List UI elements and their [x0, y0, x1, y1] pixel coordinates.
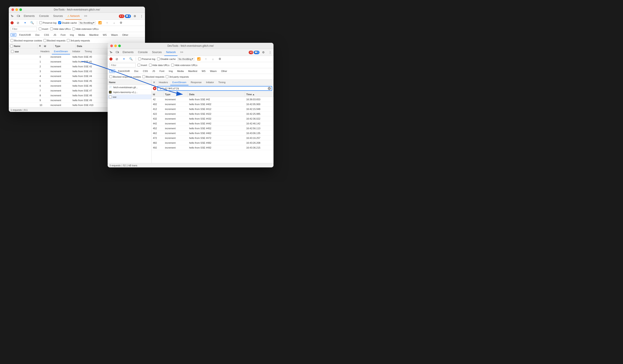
- settings-icon-2[interactable]: ⚙: [261, 50, 266, 55]
- table-row[interactable]: 482 increment hello from SSE #482 16:43:…: [152, 141, 273, 145]
- filter-btn-js-1[interactable]: JS: [52, 33, 58, 37]
- window-controls-2[interactable]: [110, 44, 121, 47]
- table-row[interactable]: 492 increment hello from SSE #492 16:43:…: [152, 145, 273, 150]
- filter-btn-ws-1[interactable]: WS: [101, 33, 108, 37]
- search-box-2[interactable]: ✕: [157, 86, 272, 91]
- hide-data-urls-checkbox-2[interactable]: Hide data URLs: [149, 64, 170, 66]
- more-icon-2[interactable]: ⋮: [267, 50, 273, 55]
- tab-response-2[interactable]: Response: [188, 80, 204, 85]
- filter-icon-1[interactable]: ▾: [22, 20, 28, 25]
- search-input-2[interactable]: [159, 87, 267, 90]
- settings-icon-1[interactable]: ⚙: [132, 14, 137, 19]
- throttle-select-1[interactable]: No throttling ▾: [79, 21, 96, 25]
- tab-initiator-2[interactable]: Initiator: [204, 80, 216, 85]
- close-panel-1[interactable]: ✕: [37, 43, 43, 48]
- search-icon-1[interactable]: 🔍: [29, 20, 35, 25]
- tab-more-2[interactable]: >>: [178, 49, 185, 56]
- filter-btn-wasm-1[interactable]: Wasm: [110, 33, 119, 37]
- table-row[interactable]: 462 increment hello from SSE #462 16:43:…: [152, 131, 273, 136]
- tab-console-2[interactable]: Console: [136, 49, 149, 56]
- minimize-button-1[interactable]: [15, 8, 18, 11]
- tab-console-1[interactable]: Console: [37, 13, 50, 20]
- download-icon-1[interactable]: ↓: [111, 20, 117, 25]
- filter-btn-fetchxhr-2[interactable]: Fetch/XHR: [116, 69, 131, 73]
- record-button-1[interactable]: [11, 21, 14, 24]
- clear-icon-2[interactable]: ⊘: [114, 56, 119, 62]
- device-icon-2[interactable]: [115, 50, 120, 55]
- third-party-checkbox-2[interactable]: 3rd-party requests: [166, 75, 189, 78]
- filter-btn-media-1[interactable]: Media: [77, 33, 86, 37]
- filter-btn-img-2[interactable]: Img: [167, 69, 174, 73]
- table-row[interactable]: 422 increment hello from SSE #422 16:42:…: [152, 111, 273, 116]
- inspect-icon[interactable]: [10, 14, 15, 19]
- invert-checkbox-1[interactable]: Invert: [39, 27, 48, 30]
- more-icon-1[interactable]: ⋮: [139, 14, 144, 19]
- filter-btn-fetchxhr-1[interactable]: Fetch/XHR: [18, 33, 33, 37]
- blocked-cookies-checkbox-1[interactable]: Blocked response cookies: [11, 39, 42, 42]
- close-button-1[interactable]: [11, 8, 14, 11]
- table-row[interactable]: 442 increment hello from SSE #442 16:42:…: [152, 121, 273, 126]
- tab-headers-1[interactable]: Headers: [38, 49, 52, 54]
- wifi-icon-1[interactable]: 📶: [97, 20, 103, 25]
- tab-network-2[interactable]: Network: [164, 49, 178, 56]
- search-icon-2[interactable]: 🔍: [128, 56, 134, 62]
- device-icon[interactable]: [16, 14, 21, 19]
- table-row[interactable]: 472 increment hello from SSE #472 16:43:…: [152, 136, 273, 141]
- filter-btn-manifest-2[interactable]: Manifest: [186, 69, 199, 73]
- list-item-sse[interactable]: sse: [108, 95, 151, 99]
- tab-network-1[interactable]: ⚠ Network: [66, 13, 82, 20]
- close-panel-2[interactable]: ✕: [152, 81, 157, 84]
- filter-btn-doc-2[interactable]: Doc: [133, 69, 140, 73]
- tab-timing-2[interactable]: Timing: [216, 80, 228, 85]
- filter-btn-all-2[interactable]: All: [110, 69, 115, 73]
- hide-extension-urls-checkbox-1[interactable]: Hide extension URLs: [72, 27, 98, 30]
- upload-icon-1[interactable]: ↑: [104, 20, 110, 25]
- blocked-requests-checkbox-2[interactable]: Blocked requests: [142, 75, 164, 78]
- tab-sources-1[interactable]: Sources: [51, 13, 65, 20]
- tab-more-1[interactable]: >>: [82, 13, 89, 20]
- filter-btn-doc-1[interactable]: Doc: [34, 33, 41, 37]
- maximize-button-1[interactable]: [19, 8, 22, 11]
- hide-extension-urls-checkbox-2[interactable]: Hide extension URLs: [171, 64, 197, 66]
- filter-btn-manifest-1[interactable]: Manifest: [88, 33, 100, 37]
- filter-btn-other-2[interactable]: Other: [220, 69, 229, 73]
- tab-headers-2[interactable]: Headers: [157, 80, 170, 85]
- network-settings-icon-1[interactable]: ⚙: [118, 20, 124, 25]
- tab-eventstream-1[interactable]: EventStream: [52, 49, 70, 54]
- disable-cache-checkbox-2[interactable]: Disable cache: [157, 58, 176, 60]
- window-controls-1[interactable]: [11, 8, 22, 11]
- filter-btn-other-1[interactable]: Other: [121, 33, 130, 37]
- filter-icon-2[interactable]: ▾: [121, 56, 127, 62]
- filter-btn-all-1[interactable]: All: [11, 33, 16, 37]
- table-row[interactable]: 452 increment hello from SSE #452 16:42:…: [152, 126, 273, 131]
- invert-checkbox-2[interactable]: Invert: [137, 64, 147, 66]
- clear-icon-1[interactable]: ⊘: [15, 20, 21, 25]
- filter-btn-img-1[interactable]: Img: [68, 33, 75, 37]
- table-row[interactable]: 402 increment hello from SSE #402 16:42:…: [152, 102, 273, 107]
- tab-eventstream-2[interactable]: EventStream: [170, 80, 189, 85]
- tab-sources-2[interactable]: Sources: [150, 49, 163, 56]
- filter-input-2[interactable]: [110, 63, 136, 67]
- filter-btn-font-1[interactable]: Font: [59, 33, 67, 37]
- filter-btn-font-2[interactable]: Font: [158, 69, 166, 73]
- tab-timing-1[interactable]: Timing: [82, 49, 94, 54]
- preserve-log-checkbox-1[interactable]: Preserve log: [39, 21, 56, 24]
- tab-elements-1[interactable]: Elements: [22, 13, 37, 20]
- filter-btn-css-2[interactable]: CSS: [141, 69, 150, 73]
- filter-btn-media-2[interactable]: Media: [176, 69, 185, 73]
- maximize-button-2[interactable]: [118, 44, 121, 47]
- download-icon-2[interactable]: ↓: [210, 56, 216, 62]
- table-row[interactable]: 432 increment hello from SSE #432 16:42:…: [152, 116, 273, 121]
- preserve-log-checkbox-2[interactable]: Preserve log: [138, 58, 155, 60]
- col-name-header-1[interactable]: Name: [9, 43, 37, 48]
- filter-btn-css-1[interactable]: CSS: [43, 33, 51, 37]
- upload-icon-2[interactable]: ↑: [203, 56, 208, 62]
- throttle-select-2[interactable]: No throttling ▾: [178, 57, 194, 61]
- tab-elements-2[interactable]: Elements: [121, 49, 135, 56]
- network-settings-icon-2[interactable]: ⚙: [217, 56, 222, 62]
- disable-cache-checkbox-1[interactable]: Disable cache: [58, 21, 77, 24]
- record-button-2[interactable]: [110, 58, 112, 61]
- filter-clear-icon-2[interactable]: [153, 87, 156, 90]
- table-row[interactable]: 412 increment hello from SSE #412 16:42:…: [152, 107, 273, 111]
- third-party-checkbox-1[interactable]: 3rd-party requests: [67, 39, 90, 42]
